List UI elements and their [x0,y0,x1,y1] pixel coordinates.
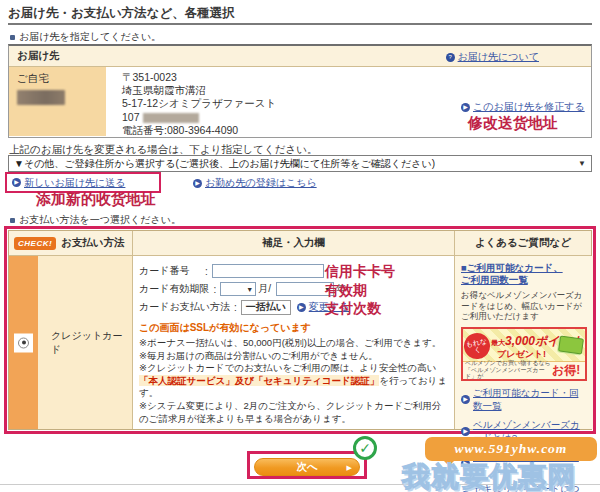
button-arrow-icon: ▶ [347,464,352,472]
address-type-label: ご自宅 [17,72,49,84]
payment-table: CHECK! お支払い方法 補足・入力欄 よくあるご質問など クレジットカード … [8,230,592,430]
next-button-label: 次へ [296,460,317,474]
arrow-icon: ▶ [193,179,202,188]
address-block: 〒351-0023 埼玉県朝霞市溝沼 5-17-12シオミプラザファースト 10… [122,71,276,137]
check-mark-icon: ✓ [353,436,377,460]
shipping-address-body: ご自宅 〒351-0023 埼玉県朝霞市溝沼 5-17-12シオミプラザファース… [9,67,591,136]
bullet-icon [10,218,15,223]
annotation-new-address: 添加新的收货地址 [36,190,156,209]
shipping-instruction: お届け先を指定してください。 [10,30,161,44]
note-monthly: ※毎月お届けの商品は分割払いのご利用ができません。 [139,350,447,363]
annotation-installments: 支付次数 [325,300,381,318]
payment-table-body: クレジットカード カード番号 : カード有効期限 : ▼ 月/ [9,256,591,429]
card-number-input[interactable] [212,264,324,278]
payment-method-column-label: お支払い方法 [61,236,125,250]
shipping-instruction-text: お届け先を指定してください。 [19,30,161,44]
annotation-expiry: 有效期 [325,282,367,300]
annotation-box-next-button: 次へ ▶ [247,451,367,479]
annotation-modify-address: 修改送货地址 [468,114,558,133]
note-auth: ※クレジットカードでのお支払いをご利用の際は、より安全性の高い「本人認証サービス… [139,362,447,400]
radio-cell [14,333,33,352]
installments-row: カードお支払い方法 : 一括払い ▶ 変更する [139,298,448,316]
colon: : [209,284,220,295]
next-button[interactable]: 次へ ▶ [254,458,360,476]
credit-card-label: クレジットカード [51,329,132,357]
colon: : [201,266,212,277]
watermark-site-name: 我就要优惠网 [402,458,600,492]
faq-title: ■ご利用可能なカード、 ご利用回数一覧 [461,262,587,286]
note-bonus: ※ボーナス一括払いは、50,000円(税別)以上の場合、ご利用できます。 [139,337,447,350]
redacted-name [17,90,65,105]
payment-input-cell: カード番号 : カード有効期限 : ▼ 月/ ▼ [133,256,455,429]
new-address-link[interactable]: 新しいお届け先に送る [24,176,125,190]
address-phone: 電話番号:080-3964-4090 [122,124,276,137]
installments-value: 一括払い [241,300,291,315]
arrow-icon: ▶ [297,303,306,312]
faq-link-cards[interactable]: ▶ ご利用可能なカード・回数一覧 [461,387,587,413]
promo-present-label: プレゼント! [497,348,546,361]
card-expiry-row: カード有効期限 : ▼ 月/ ▼ 年 [139,280,448,298]
address-line2: 5-17-12シオミプラザファースト [122,97,276,110]
redacted-room [143,113,199,123]
card-number-label: カード番号 [139,264,201,278]
address-type-cell: ご自宅 [9,67,106,136]
expiry-month-select[interactable]: ▼ [220,282,256,296]
note-system: ※システム変更により、2月のご注文から、クレジットカードご利用分のご請求月が従来… [139,400,447,425]
faq-title-line1[interactable]: ■ご利用可能なカード、 [461,262,563,273]
payment-method-column-header: CHECK! お支払い方法 [9,231,133,255]
address-line3: 107 [122,111,276,124]
page-title: お届け先・お支払い方法など、各種選択 [8,5,235,22]
colon: : [230,302,241,313]
points-promo-banner[interactable]: もれなく 最大3,000ポイント プレゼント! ベルメゾンでお買い物するなら「ベ… [461,327,587,381]
title-divider [8,23,592,25]
faq-cell: ■ご利用可能なカード、 ご利用回数一覧 お得なベルメゾンメンバーズカードをはじめ… [455,256,593,429]
chevron-down-icon: ▼ [578,159,586,168]
promo-footer-text: ベルメゾンでお買い物するなら「ベルメゾンメンバーズカード」が [465,360,551,380]
promo-burst-badge: もれなく [462,330,492,360]
credit-card-radio[interactable] [18,337,29,348]
arrow-icon: ▶ [461,427,470,436]
modify-address-link[interactable]: ▶ このお届け先を修正する [461,100,585,114]
about-shipping-link[interactable]: ? お届け先について [446,50,539,64]
address-select-value: ▼その他、ご登録住所から選択する(ご選択後、上のお届け先欄にて住所等をご確認くだ… [14,157,435,171]
promo-footer: ベルメゾンでお買い物するなら「ベルメゾンメンバーズカード」が お得! [463,361,585,379]
ssl-note: この画面はSSLが有効になっています [139,321,448,335]
check-badge: CHECK! [14,237,56,250]
member-card-image [558,335,584,354]
about-shipping-link-label[interactable]: お届け先について [458,50,539,64]
faq-description: お得なベルメゾンメンバーズカードをはじめ、幅広いカードがご利用いただけます [461,290,587,322]
payment-instruction: お支払い方法を一つ選択ください。 [10,213,181,227]
bullet-icon [10,35,15,40]
shipping-header-label: お届け先 [9,49,60,63]
work-address-link-label[interactable]: お勤め先の登録はこちら [205,176,317,190]
shipping-address-header: お届け先 ? お届け先について [9,46,591,67]
promo-otoku-label: お得! [552,362,580,379]
annotation-card-number: 信用卡卡号 [325,263,395,281]
work-address-link[interactable]: ▶ お勤め先の登録はこちら [193,176,317,190]
payment-instruction-text: お支払い方法を一つ選択ください。 [19,213,181,227]
note-auth-highlight: 「本人認証サービス」及び「セキュリティコード認証」 [139,375,379,386]
arrow-icon: ▶ [461,103,470,112]
address-postal: 〒351-0023 [122,71,276,84]
input-column-header: 補足・入力欄 [133,231,455,255]
payment-notes: ※ボーナス一括払いは、50,000円(税別)以上の場合、ご利用できます。 ※毎月… [139,337,447,425]
annotation-box-payment-table: CHECK! お支払い方法 補足・入力欄 よくあるご質問など クレジットカード … [4,226,596,434]
payment-method-cell: クレジットカード [9,256,133,429]
address-line1: 埼玉県朝霞市溝沼 [122,84,276,97]
faq-title-line2[interactable]: ご利用回数一覧 [461,274,528,285]
modify-address-link-label[interactable]: このお届け先を修正する [473,100,585,114]
shipping-address-table: お届け先 ? お届け先について ご自宅 〒351-0023 埼玉県朝霞市溝沼 5… [8,44,592,138]
card-number-row: カード番号 : [139,262,448,280]
faq-column-header: よくあるご質問など [455,231,591,255]
payment-table-header: CHECK! お支払い方法 補足・入力欄 よくあるご質問など [9,231,591,256]
arrow-icon: ▶ [461,395,470,404]
arrow-icon: ▶ [12,178,21,187]
month-suffix: 月/ [258,282,271,296]
address-select-dropdown[interactable]: ▼その他、ご登録住所から選択する(ご選択後、上のお届け先欄にて住所等をご確認くだ… [8,155,592,172]
question-icon: ? [446,53,455,62]
chevron-down-icon: ▼ [246,286,253,293]
installments-label: カードお支払い方法 [139,300,230,314]
checkout-page: お届け先・お支払い方法など、各種選択 お届け先を指定してください。 お届け先 ?… [0,0,600,492]
card-expiry-label: カード有効期限 [139,282,209,296]
